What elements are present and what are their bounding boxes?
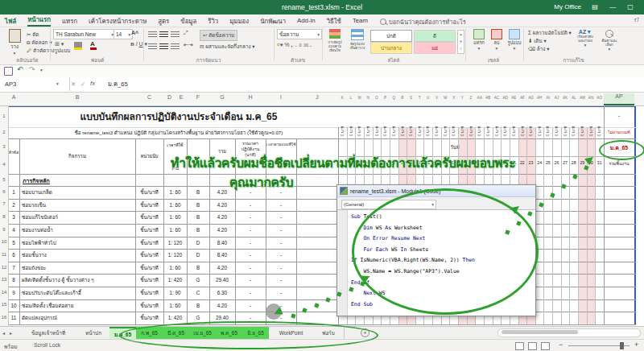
new-sheet-icon[interactable]: + [361, 328, 369, 337]
column-header-AJ[interactable]: AJ [552, 96, 561, 100]
row-header-4[interactable]: 4 [0, 162, 8, 167]
ribbon-tab-11[interactable]: Team [353, 17, 368, 24]
table-cell-r4c7[interactable]: - [266, 224, 296, 237]
fill-button[interactable]: ⬇ เติม ▾ [528, 37, 547, 45]
row-header-1[interactable]: 1 [0, 114, 8, 118]
save-icon[interactable] [4, 67, 13, 76]
accounting-format-icon[interactable]: ¤▾ % , ←.0 .00→ [277, 42, 312, 48]
tab-scroll-right-icon[interactable]: ▸ [10, 330, 12, 336]
cell-ap4-sum[interactable]: รวมชิ้นงาน [604, 160, 634, 167]
zoom-in-icon[interactable]: + [634, 341, 638, 349]
vba-object-dropdown[interactable]: (General)▾ [341, 200, 436, 209]
table-cell-r6c7[interactable]: - [266, 249, 296, 262]
row-header-12[interactable]: 12 [0, 265, 8, 270]
table-cell-r4c3[interactable]: 1: 60 [163, 224, 187, 237]
header-time[interactable]: เวลาที่ใช้ [163, 142, 187, 148]
font-size-select[interactable]: 14▾ [114, 29, 133, 39]
day-number-25[interactable]: 25 [543, 160, 552, 165]
day-number-2[interactable]: 2 [347, 160, 356, 165]
table-cell-r8c0[interactable]: 8 [8, 274, 19, 287]
day-number-12[interactable]: 12 [432, 160, 441, 165]
ribbon-display-options-icon[interactable]: ▤ [591, 3, 599, 11]
table-cell-r7c2[interactable]: ชิ้น/นาที [135, 262, 163, 275]
paste-button[interactable]: วาง ▾ [5, 29, 24, 56]
column-header-E[interactable]: E [175, 94, 187, 100]
table-cell-r7c5[interactable]: 4.20 [209, 262, 235, 275]
worksheet-grid[interactable]: แบบบันทึกผลการปฏิบัติงานประจำเดือน ม.ค_6… [0, 105, 644, 326]
table-cell-r11c6[interactable]: - [235, 312, 266, 324]
table-cell-r9c6[interactable]: - [235, 287, 266, 299]
find-select-button[interactable]: ค้นหาและเลือก▾ [599, 29, 620, 52]
table-cell-r9c2[interactable]: ชิ้น/นาที [135, 287, 163, 299]
align-middle-icon[interactable] [159, 31, 168, 38]
format-painter-button[interactable]: 🖉 ตัวคัดวางรูปแบบ [27, 47, 70, 55]
day-number-16[interactable]: 16 [467, 160, 476, 165]
day-number-8[interactable]: 8 [398, 160, 407, 165]
column-header-AK[interactable]: AK [561, 96, 570, 100]
header-total-time[interactable]: รวมเวลา ปฏิบัติงาน (นาที) [235, 141, 266, 158]
table-cell-r5c5[interactable]: 8.40 [209, 237, 235, 250]
page-break-view-icon[interactable] [541, 342, 550, 350]
day-number-14[interactable]: 14 [449, 160, 458, 165]
ribbon-tab-2[interactable]: แทรก [62, 16, 77, 26]
column-header-AF[interactable]: AF [518, 96, 527, 100]
table-cell-r1c0[interactable]: 1 [8, 186, 19, 199]
day-number-20[interactable]: 20 [501, 160, 510, 165]
sheet-tab-ก.พ_65[interactable]: ก.พ_65 [136, 327, 163, 339]
style-chip-0[interactable]: ปกติ [370, 30, 412, 42]
table-cell-r3c2[interactable]: ชิ้น/นาที [135, 211, 163, 224]
day-number-5[interactable]: 5 [373, 160, 382, 165]
share-icon[interactable]: r⤴ [634, 17, 639, 23]
column-header-AB[interactable]: AB [484, 96, 493, 100]
column-header-AE[interactable]: AE [510, 96, 518, 100]
column-header-M[interactable]: M [355, 96, 364, 100]
table-cell-r3c7[interactable]: - [266, 211, 296, 224]
column-header-S[interactable]: S [407, 96, 415, 100]
row-header-9[interactable]: 9 [0, 227, 8, 232]
align-right-icon[interactable] [171, 43, 180, 50]
number-format-select[interactable]: ข้อความ▾ [277, 29, 322, 39]
table-cell-r5c7[interactable]: - [266, 237, 296, 250]
border-icon[interactable]: ⊞ ▾ [55, 41, 64, 47]
column-header-C[interactable]: C [135, 94, 163, 100]
grow-font-icon[interactable]: A˄ [131, 30, 138, 35]
table-cell-r1c6[interactable]: - [235, 186, 266, 199]
day-number-22[interactable]: 22 [518, 160, 527, 165]
redo-icon[interactable]: ↷ [29, 65, 35, 73]
align-bottom-icon[interactable] [171, 31, 180, 38]
page-layout-view-icon[interactable] [528, 342, 537, 350]
row-header-3[interactable]: 3 [0, 144, 8, 149]
sheet-title[interactable]: แบบบันทึกผลการปฏิบัติงานประจำเดือน ม.ค_6… [19, 109, 338, 124]
column-header-V[interactable]: V [432, 96, 441, 100]
table-cell-r8c2[interactable]: ชิ้น/นาที [135, 274, 163, 287]
table-cell-r5c2[interactable]: ชิ้น/นาที [135, 237, 163, 250]
table-cell-r3c6[interactable]: - [235, 211, 266, 224]
table-cell-r1c2[interactable]: ชิ้น/นาที [135, 186, 163, 199]
table-cell-r11c2[interactable]: ชิ้น/นาที [135, 312, 163, 324]
delete-cells-button[interactable]: ลบ▾ [489, 29, 504, 51]
table-cell-r1c5[interactable]: 4.20 [209, 186, 235, 199]
vba-title-bar[interactable]: rename_test3.xlsm - Module1 (Code) [337, 185, 535, 197]
bold-button[interactable]: B I U ▾ [130, 41, 147, 47]
table-cell-r2c5[interactable]: 4.20 [209, 199, 235, 212]
column-header-J[interactable]: J [296, 94, 338, 100]
column-header-T[interactable]: T [415, 96, 424, 100]
column-header-A[interactable]: A [8, 94, 19, 100]
ribbon-tab-8[interactable]: นักพัฒนา [260, 16, 286, 26]
section-label[interactable]: ภารกิจหลัก [23, 176, 119, 185]
header-activity[interactable]: กิจกรรม [19, 152, 135, 160]
insert-function-icon[interactable]: fx [90, 80, 95, 87]
day-number-3[interactable]: 3 [355, 160, 364, 165]
sheet-tab-มี.ค_65[interactable]: มี.ค_65 [163, 327, 190, 339]
horizontal-scrollbar[interactable] [497, 328, 641, 337]
column-header-N[interactable]: N [364, 96, 373, 100]
row-header-6[interactable]: 6 [0, 189, 8, 194]
header-total[interactable]: รวม [209, 147, 235, 155]
column-header-AA[interactable]: AA [475, 96, 484, 100]
table-cell-r7c7[interactable]: - [266, 262, 296, 275]
row-header-16[interactable]: 16 [0, 315, 8, 320]
table-cell-r2c6[interactable]: - [235, 199, 266, 212]
zoom-slider-thumb[interactable] [620, 342, 624, 349]
cell-ap1[interactable]: - [604, 113, 634, 118]
table-cell-r10c6[interactable]: - [235, 299, 266, 312]
